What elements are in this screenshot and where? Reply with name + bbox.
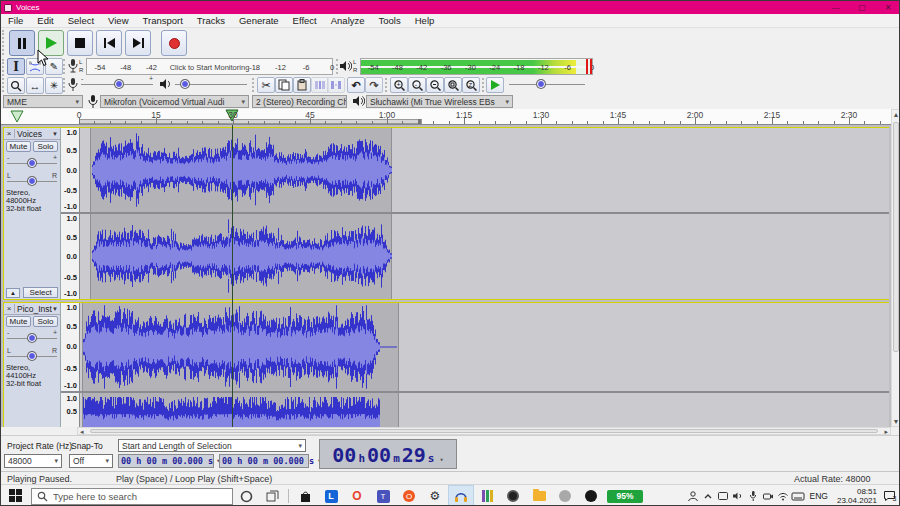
slider-thumb[interactable] <box>28 159 36 167</box>
track-pan-slider[interactable]: L R <box>7 350 57 362</box>
scroll-down-icon[interactable]: ▼ <box>892 418 900 425</box>
taskbar-store[interactable] <box>292 485 318 506</box>
select-track-button[interactable]: Select <box>23 287 58 298</box>
scrollbar-thumb[interactable] <box>90 429 878 433</box>
toolbar-grip[interactable] <box>2 59 5 92</box>
taskbar-app-sphere[interactable] <box>552 485 578 506</box>
track-close-button[interactable]: × <box>4 304 15 313</box>
toolbar-grip[interactable] <box>385 78 388 92</box>
stop-button[interactable] <box>67 30 93 56</box>
timeshift-tool-button[interactable]: ↔ <box>26 77 44 94</box>
recording-meter[interactable]: Click to Start Monitoring -54-48-42-18-1… <box>86 58 333 75</box>
track-gain-slider[interactable]: - + <box>7 157 57 169</box>
taskbar-app-l[interactable]: L <box>318 485 344 506</box>
draw-tool-button[interactable]: ✎ <box>45 58 63 75</box>
recording-volume-slider[interactable]: -+ <box>81 78 153 90</box>
vertical-scale-ch1[interactable]: 1.00.50.0-0.5-1.0 <box>61 303 80 391</box>
zoom-out-button[interactable]: - <box>408 77 426 93</box>
zoom-tool-button[interactable] <box>7 77 25 94</box>
waveform-pico-right[interactable] <box>83 397 397 427</box>
waveform-voices-right[interactable] <box>92 215 392 297</box>
slider-thumb[interactable] <box>181 80 189 88</box>
monitor-text[interactable]: Click to Start Monitoring <box>170 62 250 71</box>
slider-thumb[interactable] <box>537 80 545 88</box>
track-close-button[interactable]: × <box>4 129 15 138</box>
menu-effect[interactable]: Effect <box>286 15 324 26</box>
solo-button[interactable]: Solo <box>33 141 58 152</box>
track-menu-arrow[interactable]: ▼ <box>52 131 60 137</box>
minimize-button[interactable]: — <box>823 1 849 14</box>
waveform-channel[interactable] <box>80 393 889 427</box>
start-button[interactable] <box>9 489 23 503</box>
project-rate-select[interactable]: 48000▾ <box>4 454 62 468</box>
track-title[interactable]: Pico_Inst <box>15 304 52 314</box>
taskbar-opera[interactable]: O <box>344 485 370 506</box>
toolbar-grip[interactable] <box>63 78 66 92</box>
menu-edit[interactable]: Edit <box>30 15 60 26</box>
toolbar-grip[interactable] <box>2 30 5 55</box>
multi-tool-button[interactable]: ✳ <box>45 77 63 94</box>
undo-button[interactable]: ↶ <box>347 77 365 93</box>
toolbar-grip[interactable] <box>63 59 66 74</box>
taskbar-battery-widget[interactable]: 95% <box>604 485 646 506</box>
menu-analyze[interactable]: Analyze <box>324 15 372 26</box>
zoom-in-button[interactable]: + <box>390 77 408 93</box>
menu-generate[interactable]: Generate <box>232 15 286 26</box>
vertical-scale-ch2[interactable]: 1.00.50.0-0.5-1.0 <box>61 214 80 299</box>
waveform-channel[interactable] <box>80 303 889 391</box>
tray-volume[interactable] <box>731 489 746 503</box>
selection-length-field[interactable]: 00 h 00 m 00.000 s▾ <box>219 454 309 468</box>
track-pan-slider[interactable]: L R <box>7 175 57 187</box>
slider-thumb[interactable] <box>28 352 36 360</box>
collapse-track-button[interactable]: ▲ <box>6 288 20 298</box>
tray-camera[interactable] <box>761 489 776 503</box>
toolbar-grip[interactable] <box>482 78 485 92</box>
waveform-channel[interactable] <box>80 128 889 212</box>
taskbar-winrar[interactable] <box>474 485 500 506</box>
playback-volume-slider[interactable] <box>175 78 247 90</box>
cut-button[interactable]: ✂ <box>257 77 275 93</box>
language-indicator[interactable]: ENG <box>810 491 828 501</box>
skip-to-start-button[interactable] <box>96 30 122 56</box>
track-voices[interactable]: × Voices ▼ Mute Solo - + L R <box>3 127 889 300</box>
waveform-channel[interactable] <box>80 214 889 299</box>
taskbar-origin[interactable]: O <box>396 485 422 506</box>
waveform-voices-left[interactable] <box>92 129 392 211</box>
play-button[interactable] <box>38 30 64 56</box>
snap-to-select[interactable]: Off▾ <box>69 454 113 468</box>
tray-microphone[interactable] <box>746 489 761 503</box>
menu-select[interactable]: Select <box>61 15 101 26</box>
track-menu-arrow[interactable]: ▼ <box>52 306 60 312</box>
menu-file[interactable]: File <box>1 15 30 26</box>
selection-mode-select[interactable]: Start and Length of Selection▾ <box>118 439 306 452</box>
play-at-speed-button[interactable] <box>486 77 504 93</box>
track-title[interactable]: Voices <box>15 129 52 139</box>
play-region-bar[interactable] <box>79 119 422 124</box>
paste-button[interactable] <box>293 77 311 93</box>
scroll-up-icon[interactable]: ▲ <box>892 111 900 118</box>
taskbar-settings[interactable]: ⚙ <box>422 485 448 506</box>
taskbar-app-dark[interactable] <box>578 485 604 506</box>
taskbar-search[interactable] <box>31 488 233 505</box>
zoom-selection-button[interactable] <box>426 77 444 93</box>
record-button[interactable] <box>161 30 187 56</box>
menu-help[interactable]: Help <box>408 15 442 26</box>
slider-thumb[interactable] <box>28 334 36 342</box>
zoom-fit-button[interactable] <box>444 77 462 93</box>
selection-tool-button[interactable]: I <box>7 58 25 75</box>
menu-transport[interactable]: Transport <box>136 15 190 26</box>
selection-start-field[interactable]: 00 h 00 m 00.000 s▾ <box>118 454 214 468</box>
taskbar-audacity[interactable] <box>448 485 474 506</box>
tray-overflow[interactable] <box>701 489 716 503</box>
menu-tracks[interactable]: Tracks <box>190 15 232 26</box>
vertical-scale-ch2[interactable]: 1.00.5 <box>61 393 80 427</box>
audio-host-select[interactable]: MME▾ <box>3 95 83 108</box>
cortana-button[interactable] <box>233 485 259 506</box>
slider-thumb[interactable] <box>28 177 36 185</box>
silence-audio-button[interactable] <box>327 77 345 93</box>
taskbar-clock[interactable]: 08:51 23.04.2021 <box>837 487 877 505</box>
redo-button[interactable]: ↷ <box>365 77 383 93</box>
slider-thumb[interactable] <box>115 80 123 88</box>
copy-button[interactable] <box>275 77 293 93</box>
tray-network[interactable] <box>776 489 791 503</box>
